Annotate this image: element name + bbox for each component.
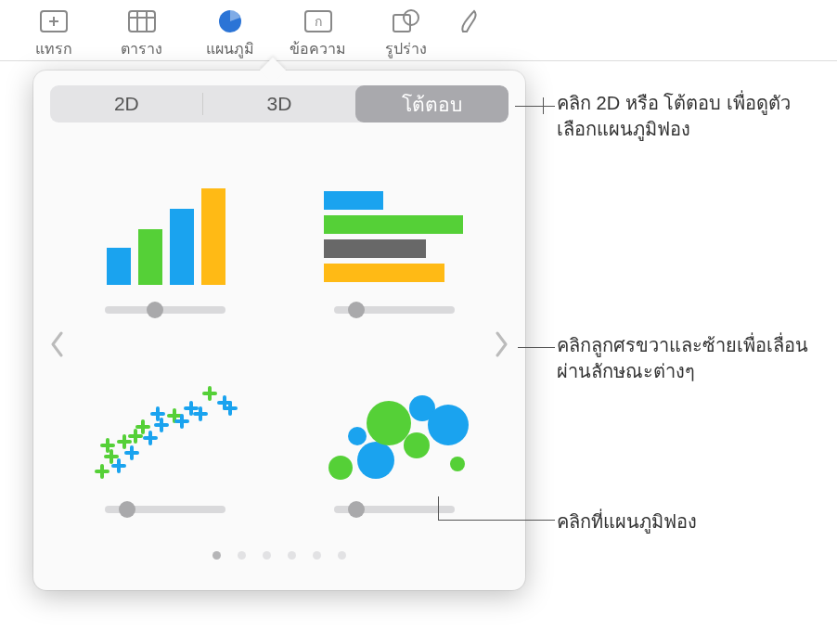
- page-dot[interactable]: [313, 551, 321, 560]
- callout-tabs: คลิก 2D หรือ โต้ตอบ เพื่อดูตัวเลือกแผนภู…: [557, 90, 826, 142]
- chart-option-bar[interactable]: [306, 176, 483, 314]
- callout-line: [438, 496, 439, 520]
- chart-option-column[interactable]: [77, 176, 253, 314]
- toolbar-text[interactable]: ก ข้อความ: [274, 7, 362, 60]
- tab-interactive[interactable]: โต้ตอบ: [355, 85, 509, 122]
- page-dot[interactable]: [288, 551, 296, 560]
- chart-type-tabs: 2D 3D โต้ตอบ: [50, 85, 509, 122]
- paint-icon: [453, 7, 484, 35]
- chart-grid: [50, 145, 509, 544]
- svg-point-60: [404, 432, 430, 458]
- next-style-button[interactable]: [490, 326, 512, 363]
- toolbar-label: ตาราง: [121, 37, 162, 60]
- main-toolbar: แทรก ตาราง แผนภูมิ ก ข้อความ รูปร่าง: [0, 0, 837, 61]
- toolbar-insert[interactable]: แทรก: [9, 7, 97, 60]
- svg-point-57: [348, 427, 367, 445]
- svg-text:ก: ก: [315, 14, 322, 29]
- svg-point-62: [428, 405, 469, 445]
- style-slider[interactable]: [334, 506, 455, 513]
- page-dot[interactable]: [338, 551, 346, 560]
- svg-rect-15: [201, 188, 225, 285]
- style-slider[interactable]: [334, 306, 455, 314]
- toolbar-table[interactable]: ตาราง: [97, 7, 186, 60]
- bar-chart-icon: [315, 176, 473, 297]
- shape-icon: [391, 7, 422, 35]
- callout-line: [515, 106, 543, 107]
- text-box-icon: ก: [303, 7, 334, 35]
- toolbar-label: ข้อความ: [290, 37, 346, 60]
- svg-rect-17: [324, 215, 463, 234]
- chart-option-bubble[interactable]: [306, 376, 483, 513]
- style-slider[interactable]: [105, 506, 225, 513]
- prev-style-button[interactable]: [46, 326, 69, 363]
- pie-chart-icon: [214, 7, 246, 35]
- callout-bubble: คลิกที่แผนภูมิฟอง: [557, 509, 697, 535]
- callout-arrows: คลิกลูกศรขวาและซ้ายเพื่อเลื่อนผ่านลักษณะ…: [557, 332, 835, 384]
- svg-rect-13: [138, 229, 162, 285]
- page-dot[interactable]: [263, 551, 271, 560]
- page-dot[interactable]: [212, 551, 221, 560]
- scatter-chart-icon: [86, 376, 244, 496]
- page-indicator: [50, 551, 509, 560]
- svg-rect-16: [324, 191, 383, 210]
- table-icon: [126, 7, 158, 35]
- callout-line: [543, 106, 555, 107]
- toolbar-label: รูปร่าง: [385, 37, 427, 60]
- style-slider[interactable]: [105, 306, 225, 314]
- svg-rect-14: [170, 209, 194, 285]
- svg-point-59: [367, 401, 411, 445]
- chart-option-scatter[interactable]: [77, 376, 253, 513]
- page-dot[interactable]: [238, 551, 246, 560]
- callout-line: [438, 520, 555, 521]
- column-chart-icon: [86, 176, 244, 297]
- chart-popover: 2D 3D โต้ตอบ: [33, 71, 525, 590]
- svg-point-56: [328, 456, 353, 480]
- tab-3d[interactable]: 3D: [203, 85, 356, 122]
- callout-line: [518, 347, 555, 348]
- svg-point-58: [357, 442, 394, 479]
- plus-square-icon: [38, 7, 70, 35]
- toolbar-chart[interactable]: แผนภูมิ: [186, 7, 274, 60]
- svg-rect-18: [324, 239, 426, 258]
- bubble-chart-icon: [315, 376, 473, 496]
- toolbar-label: แผนภูมิ: [206, 37, 254, 60]
- tab-2d[interactable]: 2D: [50, 85, 203, 122]
- toolbar-more[interactable]: [450, 7, 487, 60]
- toolbar-label: แทรก: [35, 37, 72, 60]
- svg-rect-19: [324, 264, 444, 282]
- svg-rect-3: [129, 11, 155, 32]
- svg-point-63: [450, 457, 465, 471]
- toolbar-shape[interactable]: รูปร่าง: [362, 7, 450, 60]
- svg-rect-12: [107, 248, 131, 285]
